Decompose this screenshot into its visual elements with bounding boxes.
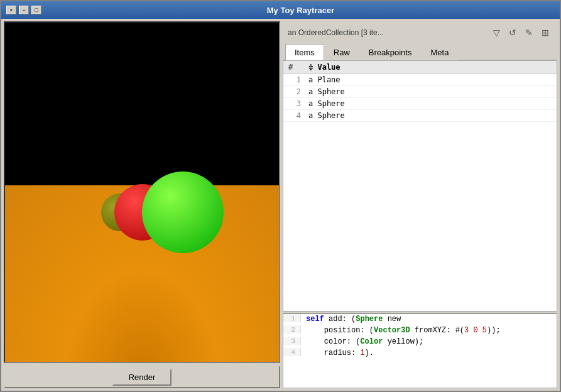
code-line-1: 1 self add: (Sphere new (283, 314, 557, 325)
list-item[interactable]: 2 a Sphere (283, 86, 557, 98)
minimize-button[interactable]: − (19, 6, 29, 14)
tab-raw[interactable]: Raw (324, 44, 359, 60)
list-item[interactable]: 1 a Plane (283, 74, 557, 86)
item-val-3: a Sphere (308, 99, 552, 108)
render-canvas (4, 21, 280, 363)
render-button[interactable]: Render (112, 369, 172, 386)
col-val-header: ≑ Value (308, 63, 552, 72)
code-line-3: 3 color: (Color yellow); (283, 337, 557, 348)
line-content-3: color: (Color yellow); (301, 337, 428, 347)
code-panel: 1 self add: (Sphere new 2 position: (Vec… (283, 313, 557, 388)
items-panel: # ≑ Value 1 a Plane 2 a Sphere 3 a Spher… (283, 60, 557, 312)
item-num-1: 1 (288, 75, 301, 84)
line-num-2: 2 (283, 325, 301, 334)
list-item[interactable]: 3 a Sphere (283, 98, 557, 110)
inspect-icon[interactable]: ✎ (522, 26, 536, 40)
tab-items[interactable]: Items (285, 44, 324, 60)
left-panel: Render (4, 21, 280, 388)
window-title: My Toy Raytracer (46, 6, 555, 15)
maximize-button[interactable]: □ (31, 6, 41, 14)
filter-icon[interactable]: ▽ (489, 26, 503, 40)
main-window: × − □ My Toy Raytracer Render (0, 0, 561, 392)
line-content-1: self add: (Sphere new (301, 314, 406, 324)
inspector-header: an OrderedCollection [3 ite... ▽ ↺ ✎ ⊞ (283, 21, 557, 44)
right-panel: an OrderedCollection [3 ite... ▽ ↺ ✎ ⊞ I… (283, 21, 557, 388)
inspector-title: an OrderedCollection [3 ite... (288, 28, 484, 37)
tabs-bar: Items Raw Breakpoints Meta (283, 44, 557, 60)
items-header: # ≑ Value (283, 61, 557, 74)
line-content-4: radius: 1). (301, 348, 379, 358)
inspector-toolbar: ▽ ↺ ✎ ⊞ (489, 26, 552, 40)
item-num-2: 2 (288, 87, 301, 96)
refresh-icon[interactable]: ↺ (506, 26, 520, 40)
tab-meta[interactable]: Meta (421, 44, 458, 60)
line-num-1: 1 (283, 314, 301, 322)
item-val-1: a Plane (308, 75, 552, 84)
window-content: Render an OrderedCollection [3 ite... ▽ … (1, 19, 560, 391)
item-num-3: 3 (288, 99, 301, 108)
line-num-4: 4 (283, 348, 301, 356)
line-num-3: 3 (283, 337, 301, 345)
close-button[interactable]: × (6, 6, 16, 14)
window-controls: × − □ (6, 6, 41, 14)
list-item[interactable]: 4 a Sphere (283, 110, 557, 122)
item-num-4: 4 (288, 111, 301, 120)
line-content-2: position: (Vector3D fromXYZ: #(3 0 5)); (301, 325, 506, 335)
tab-breakpoints[interactable]: Breakpoints (359, 44, 422, 60)
item-val-2: a Sphere (308, 87, 552, 96)
item-val-4: a Sphere (308, 111, 552, 120)
title-bar: × − □ My Toy Raytracer (1, 1, 560, 19)
sphere-green (142, 172, 224, 253)
table-icon[interactable]: ⊞ (538, 26, 552, 40)
col-num-header: # (288, 63, 301, 72)
render-bar: Render (4, 366, 280, 388)
scene-sky (5, 23, 279, 185)
code-line-2: 2 position: (Vector3D fromXYZ: #(3 0 5))… (283, 325, 557, 337)
code-line-4: 4 radius: 1). (283, 348, 557, 359)
